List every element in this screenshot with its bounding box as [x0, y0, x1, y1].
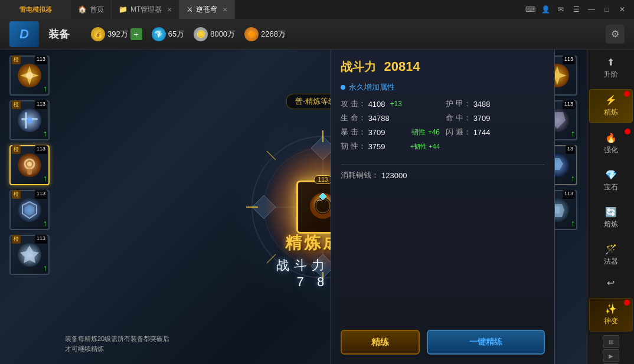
gem-icon: 💎: [152, 27, 166, 41]
attr-grid: 攻 击： 4108 +13 护 甲： 3488 生 命： 34788 命 中： …: [341, 99, 545, 152]
attr-section-title: 永久增加属性: [341, 82, 545, 93]
minimize-btn[interactable]: —: [584, 4, 599, 15]
upgrade-arrow-icon: ↑: [43, 84, 47, 93]
item-badge: 橙 113: [11, 145, 48, 154]
one-click-refine-button[interactable]: 一键精练: [427, 330, 545, 355]
tab-game-close[interactable]: ✕: [223, 6, 227, 13]
maximize-btn[interactable]: □: [600, 4, 614, 15]
item-icon: [15, 61, 44, 90]
settings-button[interactable]: ⚙: [606, 25, 625, 44]
attr-label-dodge: 闪 避：: [446, 127, 471, 137]
permanent-attr-label: 永久增加属性: [349, 82, 395, 93]
info-panel: 战斗力 20814 永久增加属性 攻 击： 4108 +13 护 甲： 3488…: [331, 50, 555, 364]
panel-title-text: 战斗力: [341, 60, 376, 73]
upgrade-arrow-icon: ↑: [571, 173, 575, 183]
gold-icon: 💰: [91, 27, 105, 41]
user-btn[interactable]: 👤: [538, 4, 553, 15]
refine-sidebar-label: 精炼: [604, 107, 618, 117]
mail-btn[interactable]: ✉: [554, 4, 568, 15]
sidebar-item-artifact[interactable]: 🪄 法器: [589, 239, 633, 271]
home-icon: 🏠: [78, 5, 87, 14]
tab-mt-label: MT管理器: [130, 5, 162, 15]
keyboard-btn[interactable]: ⌨: [523, 4, 537, 15]
main-item-level: 113: [314, 175, 332, 184]
svg-rect-9: [27, 169, 32, 175]
currency-gem: 💎 65万: [152, 27, 184, 41]
upgrade-arrow-icon: ↑: [43, 129, 47, 138]
sidebar-item-refine[interactable]: ⚡ 精炼: [589, 89, 633, 123]
attr-row: 生 命： 34788: [341, 113, 440, 123]
title-bar: 雷电模拟器 🏠 首页 📁 MT管理器 ✕ ⚔ 逆苍穹 ✕ ⌨ 👤 ✉ ☰ — □…: [0, 0, 634, 19]
attr-label-attack: 攻 击：: [341, 99, 366, 109]
item-badge: 橙 113: [11, 235, 48, 244]
upgrade-arrow-icon: ↑: [571, 129, 575, 138]
sidebar-item-shenbian[interactable]: ✨ 神变: [589, 298, 633, 332]
divider: [341, 165, 545, 165]
attr-row: 闪 避： 1744: [446, 127, 545, 137]
attr-bonus-crit: 韧性 +46: [411, 127, 440, 137]
attr-row: 暴 击： 3709 韧性 +46: [341, 127, 440, 137]
upgrade-arrow-icon: ↑: [43, 218, 47, 228]
one-click-button-label: 一键精练: [469, 337, 502, 347]
back-icon: ↩: [607, 277, 615, 288]
right-sidebar: ⬆ 升阶 ⚡ 精炼 🔥 强化 💎 宝石 🔄 熔炼 🪄 法器: [587, 50, 634, 364]
tab-mt[interactable]: 📁 MT管理器 ✕: [112, 0, 179, 19]
close-btn[interactable]: ✕: [615, 4, 629, 15]
attr-row: 攻 击： 4108 +13: [341, 99, 440, 109]
attr-bonus-tough: +韧性 +44: [410, 142, 440, 151]
title-bar-right: ⌨ 👤 ✉ ☰ — □ ✕: [523, 4, 634, 15]
list-item[interactable]: 橙 113 ↑: [9, 55, 50, 96]
upgrade-arrow-icon: ↑: [43, 263, 47, 273]
list-item[interactable]: 橙 113 ↑: [9, 100, 50, 140]
list-item[interactable]: 橙 113 ↑: [9, 190, 50, 230]
list-item[interactable]: 橙 113 ↑: [9, 145, 50, 185]
red-dot-icon: [624, 300, 630, 306]
list-item[interactable]: 橙 113 ↑: [9, 235, 50, 275]
tool-btn-2[interactable]: ▶: [603, 349, 619, 362]
sidebar-item-smelt[interactable]: 🔄 熔炼: [589, 202, 633, 234]
panel-title: 战斗力 20814: [341, 59, 545, 75]
diamond-icon: 🔶: [244, 27, 259, 41]
enhance-label: 强化: [604, 145, 618, 155]
tab-home-label: 首页: [90, 5, 104, 15]
gem-value: 65万: [168, 29, 184, 40]
panel-power-value: 20814: [384, 59, 420, 74]
attr-label-hp: 生 命：: [341, 113, 366, 123]
action-buttons: 精练 一键精练: [341, 330, 545, 355]
add-gold-button[interactable]: +: [130, 28, 142, 40]
app-name-label: 雷电模拟器: [19, 5, 52, 14]
sidebar-item-enhance[interactable]: 🔥 强化: [589, 127, 633, 160]
tab-home[interactable]: 🏠 首页: [71, 0, 112, 19]
tool-buttons: ⊞ ▶ ⊡ ⊞: [603, 335, 619, 364]
hint-line1: 装备每精炼20级需所有装备都突破后: [65, 334, 169, 345]
attr-row: 命 中： 3709: [446, 113, 545, 123]
tool-btn-1[interactable]: ⊞: [603, 335, 619, 348]
attr-value-dodge: 1744: [473, 128, 491, 137]
attr-value-attack: 4108: [368, 100, 385, 109]
attr-label-armor: 护 甲：: [446, 99, 471, 109]
item-list: 橙 113 ↑ 橙 113: [9, 55, 50, 275]
refine-button[interactable]: 精练: [341, 330, 420, 355]
attr-row: 护 甲： 3488: [446, 99, 545, 109]
sidebar-item-gem[interactable]: 💎 宝石: [589, 165, 633, 197]
title-bar-left: 雷电模拟器 🏠 首页 📁 MT管理器 ✕ ⚔ 逆苍穹 ✕: [0, 0, 523, 19]
tab-mt-close[interactable]: ✕: [167, 6, 172, 13]
gem-sidebar-icon: 💎: [605, 169, 617, 181]
back-button[interactable]: ↩: [589, 273, 633, 293]
item-badge: 橙 113: [11, 190, 48, 199]
logo-letter: D: [19, 27, 29, 42]
page-title: 装备: [48, 27, 70, 41]
mt-icon: 📁: [119, 5, 128, 14]
attr-value-armor: 3488: [473, 100, 491, 109]
upgrade-arrow-icon: ↑: [43, 173, 47, 183]
diamond-value: 2268万: [261, 29, 286, 40]
game-icon: ⚔: [187, 5, 193, 14]
svg-rect-34: [555, 206, 560, 214]
sidebar-item-upgrade[interactable]: ⬆ 升阶: [589, 52, 633, 84]
coin-icon: 🪙: [194, 27, 208, 41]
app-main-logo: D: [9, 21, 39, 47]
item-icon: [15, 151, 44, 179]
tab-game[interactable]: ⚔ 逆苍穹 ✕: [179, 0, 235, 19]
svg-point-8: [27, 162, 32, 166]
menu-btn[interactable]: ☰: [569, 4, 583, 15]
